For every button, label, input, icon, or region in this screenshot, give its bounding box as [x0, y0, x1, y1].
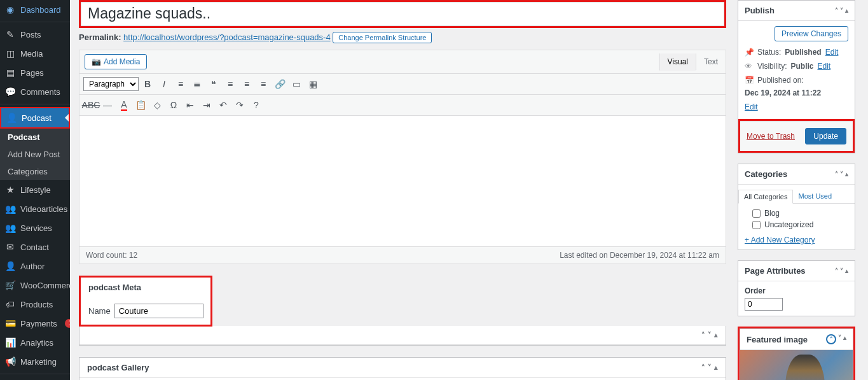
drag-icon[interactable]: ▴ — [714, 363, 718, 372]
chevron-up-icon[interactable]: ˄ — [835, 7, 838, 14]
sidebar-item-lifestyle[interactable]: ★Lifestyle — [0, 180, 70, 199]
chevron-down-icon[interactable]: ˅ — [840, 171, 843, 178]
submenu-categories[interactable]: Categories — [0, 163, 70, 180]
sidebar-item-services[interactable]: 👥Services — [0, 218, 70, 237]
post-title-input[interactable] — [81, 2, 724, 26]
sidebar-item-label: Products — [20, 300, 53, 309]
products-icon: 🏷 — [5, 299, 15, 309]
chevron-down-icon[interactable]: ˅ — [840, 7, 843, 14]
drag-icon[interactable]: ▴ — [714, 331, 718, 339]
featured-image[interactable] — [740, 350, 853, 380]
tab-text[interactable]: Text — [696, 53, 726, 70]
drag-icon[interactable]: ▴ — [843, 334, 846, 344]
badge: 1 — [65, 319, 70, 328]
chevron-up-icon[interactable]: ˄ — [835, 171, 838, 178]
bold-button[interactable]: B — [140, 76, 155, 92]
outdent-button[interactable]: ⇤ — [183, 97, 198, 113]
gallery-box: podcast Gallery ˄˅▴ + — [79, 357, 726, 380]
sidebar-item-analytics[interactable]: 📊Analytics — [0, 333, 70, 352]
edit-visibility-link[interactable]: Edit — [817, 62, 830, 71]
tab-most-used[interactable]: Most Used — [793, 190, 837, 203]
category-checkbox-blog[interactable] — [752, 209, 761, 218]
eye-icon: 👁 — [745, 62, 754, 71]
page-attributes-panel: Page Attributes ˄˅▴ Order — [738, 260, 855, 316]
sidebar-item-media[interactable]: ◫Media — [0, 44, 70, 63]
chevron-down-icon[interactable]: ˅ — [840, 267, 843, 274]
sidebar-item-dashboard[interactable]: ◉Dashboard — [0, 0, 70, 19]
meta-name-label: Name — [88, 306, 111, 316]
sidebar-item-appearance[interactable]: 🖌Appearance — [0, 377, 70, 380]
sidebar-item-label: Analytics — [20, 338, 53, 348]
sidebar-item-videoarticles[interactable]: 👥Videoarticles — [0, 199, 70, 218]
sidebar-item-woocommerce[interactable]: 🛒WooCommerce — [0, 276, 70, 295]
format-select[interactable]: Paragraph — [83, 77, 139, 91]
italic-button[interactable]: I — [156, 76, 172, 92]
textcolor-button[interactable]: A — [116, 97, 132, 113]
sidebar-item-podcast[interactable]: 👤Podcast — [1, 108, 69, 127]
sidebar-item-posts[interactable]: ✎Posts — [0, 25, 70, 44]
align-center-button[interactable]: ≡ — [239, 76, 254, 92]
chevron-up-icon[interactable]: ˄ — [826, 334, 836, 344]
editor: 📷 Add Media Visual Text Paragraph B I ≡ … — [79, 50, 726, 264]
add-media-button[interactable]: 📷 Add Media — [85, 54, 147, 69]
submenu-add-new-post[interactable]: Add New Post — [0, 146, 70, 163]
gallery-title: podcast Gallery — [87, 363, 149, 372]
permalink-link[interactable]: http://localhost/wordpress/?podcast=maga… — [123, 32, 331, 42]
link-button[interactable]: 🔗 — [272, 76, 287, 92]
add-new-category-link[interactable]: + Add New Category — [745, 236, 815, 244]
more-button[interactable]: ▭ — [289, 76, 304, 92]
chevron-down-icon[interactable]: ˅ — [708, 363, 712, 372]
toggle-toolbar-button[interactable]: ▦ — [305, 76, 320, 92]
quote-button[interactable]: ❝ — [206, 76, 221, 92]
chevron-up-icon[interactable]: ˄ — [835, 267, 838, 274]
undo-button[interactable]: ↶ — [216, 97, 231, 113]
submenu-podcast[interactable]: Podcast — [0, 129, 70, 146]
strike-button[interactable]: ABC — [83, 97, 99, 113]
redo-button[interactable]: ↷ — [232, 97, 247, 113]
number-list-button[interactable]: ≣ — [189, 76, 205, 92]
chevron-up-icon[interactable]: ˄ — [701, 363, 705, 372]
align-right-button[interactable]: ≡ — [256, 76, 271, 92]
drag-icon[interactable]: ▴ — [845, 171, 848, 178]
drag-icon[interactable]: ▴ — [845, 7, 848, 14]
services-icon: 👥 — [5, 223, 15, 233]
edit-date-link[interactable]: Edit — [745, 102, 758, 111]
sidebar-item-label: Videoarticles — [20, 204, 67, 214]
sidebar-item-pages[interactable]: ▤Pages — [0, 63, 70, 82]
paste-button[interactable]: 📋 — [133, 97, 148, 113]
admin-sidebar: ◉Dashboard✎Posts◫Media▤Pages💬Comments👤Po… — [0, 0, 70, 380]
update-button[interactable]: Update — [805, 128, 846, 144]
sidebar-item-label: Comments — [20, 87, 60, 97]
sidebar-item-label: Posts — [20, 30, 41, 39]
chevron-down-icon[interactable]: ˅ — [838, 334, 841, 344]
chevron-down-icon[interactable]: ˅ — [708, 331, 712, 339]
change-permalink-button[interactable]: Change Permalink Structure — [333, 32, 432, 43]
meta-name-input[interactable] — [114, 304, 203, 318]
sidebar-item-comments[interactable]: 💬Comments — [0, 82, 70, 101]
dashboard-icon: ◉ — [5, 4, 15, 15]
clear-button[interactable]: ◇ — [149, 97, 165, 113]
help-button[interactable]: ? — [249, 97, 264, 113]
sidebar-item-payments[interactable]: 💳Payments1 — [0, 314, 70, 333]
special-char-button[interactable]: Ω — [166, 97, 181, 113]
sidebar-item-contact[interactable]: ✉Contact — [0, 237, 70, 257]
tab-all-categories[interactable]: All Categories — [738, 190, 793, 204]
move-to-trash-link[interactable]: Move to Trash — [747, 132, 795, 141]
sidebar-item-products[interactable]: 🏷Products — [0, 295, 70, 314]
order-input[interactable] — [745, 298, 783, 311]
calendar-icon: 📅 — [745, 76, 754, 85]
tab-visual[interactable]: Visual — [659, 53, 696, 71]
hr-button[interactable]: — — [100, 97, 115, 113]
align-left-button[interactable]: ≡ — [223, 76, 238, 92]
indent-button[interactable]: ⇥ — [199, 97, 214, 113]
preview-changes-button[interactable]: Preview Changes — [775, 26, 848, 41]
woocommerce-icon: 🛒 — [5, 280, 15, 290]
category-checkbox-uncategorized[interactable] — [752, 221, 761, 229]
sidebar-item-author[interactable]: 👤Author — [0, 257, 70, 276]
editor-body[interactable] — [79, 116, 726, 246]
drag-icon[interactable]: ▴ — [845, 267, 848, 274]
bullet-list-button[interactable]: ≡ — [173, 76, 188, 92]
sidebar-item-marketing[interactable]: 📢Marketing — [0, 352, 70, 371]
chevron-up-icon[interactable]: ˄ — [701, 331, 705, 339]
edit-status-link[interactable]: Edit — [825, 48, 839, 57]
